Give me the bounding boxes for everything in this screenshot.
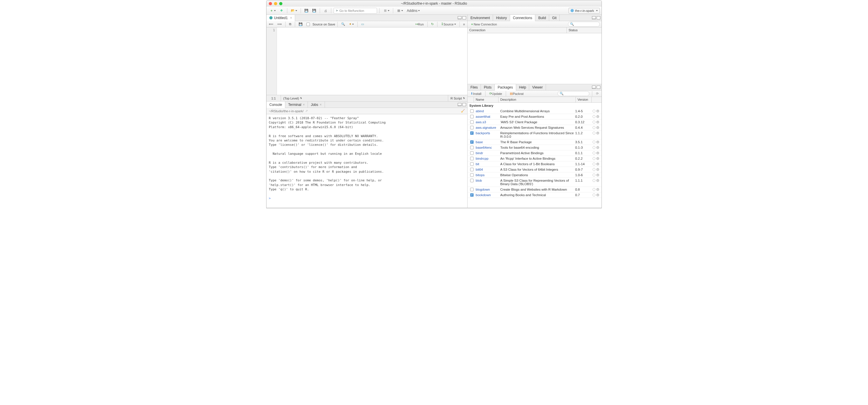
outline-button[interactable]: ≡: [462, 22, 466, 27]
save-all-button[interactable]: 💾: [311, 8, 317, 13]
package-name[interactable]: abind: [475, 109, 500, 113]
package-checkbox[interactable]: [470, 157, 474, 160]
package-name[interactable]: backports: [475, 131, 500, 135]
save-source-button[interactable]: 💾: [298, 22, 304, 27]
package-row[interactable]: bitopsBitwise Operations1.0-6×: [468, 173, 601, 178]
package-checkbox[interactable]: [470, 140, 474, 144]
packages-list[interactable]: System Library abindCombine Multidimensi…: [468, 103, 601, 208]
package-row[interactable]: baseThe R Base Package3.5.1×: [468, 139, 601, 145]
print-button[interactable]: 🖨: [322, 8, 329, 13]
minimize-pane-icon[interactable]: [458, 103, 462, 106]
scope-selector[interactable]: (Top Level) ⇅: [281, 97, 448, 100]
packrat-button[interactable]: ▤ Packrat: [509, 91, 525, 97]
maximize-pane-icon[interactable]: [462, 16, 466, 20]
package-name[interactable]: bit64: [475, 167, 500, 172]
package-row[interactable]: assertthatEasy Pre and Post Assertions0.…: [468, 114, 601, 120]
web-icon[interactable]: [593, 126, 595, 129]
package-name[interactable]: bindr: [475, 151, 500, 155]
package-name[interactable]: bitops: [475, 173, 500, 177]
maximize-pane-icon[interactable]: [597, 16, 600, 20]
connections-search-input[interactable]: 🔍: [568, 22, 600, 27]
refresh-button[interactable]: ⟳: [595, 91, 600, 97]
run-button[interactable]: ↦ Run: [414, 22, 425, 27]
package-row[interactable]: bit64A S3 Class for Vectors of 64bit Int…: [468, 167, 601, 173]
workspace-panes-button[interactable]: ⊞: [382, 8, 391, 13]
go-to-file-input[interactable]: ➤ Go to file/function: [334, 8, 377, 13]
code-tools-button[interactable]: ✦: [348, 22, 355, 27]
package-row[interactable]: aws.signatureAmazon Web Services Request…: [468, 125, 601, 130]
remove-icon[interactable]: ×: [596, 110, 599, 113]
package-row[interactable]: backportsReimplementations of Functions …: [468, 130, 601, 139]
package-name[interactable]: bindrcpp: [475, 156, 500, 161]
package-checkbox[interactable]: [470, 162, 474, 166]
package-row[interactable]: blobA Simple S3 Class for Representing V…: [468, 178, 601, 187]
package-name[interactable]: aws.signature: [475, 126, 500, 130]
package-row[interactable]: bitA Class for Vectors of 1-Bit Booleans…: [468, 161, 601, 167]
web-icon[interactable]: [593, 174, 595, 177]
addins-button[interactable]: Addins: [406, 8, 421, 13]
grid-button[interactable]: ▦: [396, 8, 404, 13]
new-file-button[interactable]: ＋: [268, 8, 277, 13]
web-icon[interactable]: [593, 168, 595, 171]
tab-help[interactable]: Help: [516, 84, 529, 91]
remove-icon[interactable]: ×: [596, 157, 599, 160]
package-name[interactable]: base: [475, 140, 500, 144]
package-checkbox[interactable]: [470, 188, 474, 191]
remove-icon[interactable]: ×: [596, 168, 599, 171]
remove-icon[interactable]: ×: [596, 174, 599, 177]
web-icon[interactable]: [593, 110, 595, 113]
remove-icon[interactable]: ×: [596, 121, 599, 124]
remove-icon[interactable]: ×: [596, 152, 599, 154]
goto-dir-icon[interactable]: ⇗: [305, 109, 308, 113]
web-icon[interactable]: [593, 157, 595, 160]
minimize-pane-icon[interactable]: [592, 86, 596, 89]
save-button[interactable]: 💾: [303, 8, 310, 13]
re-run-button[interactable]: ↻: [430, 22, 435, 27]
remove-icon[interactable]: ×: [596, 188, 599, 191]
forward-button[interactable]: ⟹: [276, 22, 283, 27]
remove-icon[interactable]: ×: [596, 132, 599, 134]
minimize-pane-icon[interactable]: [458, 16, 462, 20]
package-name[interactable]: base64enc: [475, 146, 500, 150]
find-button[interactable]: 🔍: [340, 22, 346, 27]
show-in-new-window-button[interactable]: ⧉: [288, 22, 292, 27]
file-type-selector[interactable]: R Script ⇅: [448, 95, 467, 101]
close-tab-icon[interactable]: ×: [290, 16, 292, 20]
web-icon[interactable]: [593, 115, 595, 118]
new-project-button[interactable]: ❖: [278, 8, 285, 13]
remove-icon[interactable]: ×: [596, 146, 599, 149]
tab-packages[interactable]: Packages: [495, 84, 516, 91]
package-checkbox[interactable]: [470, 131, 474, 135]
remove-icon[interactable]: ×: [596, 193, 599, 196]
package-row[interactable]: bindrParametrized Active Bindings0.1.1×: [468, 150, 601, 156]
tab-console[interactable]: Console: [267, 101, 285, 108]
tab-viewer[interactable]: Viewer: [529, 84, 546, 91]
minimize-pane-icon[interactable]: [592, 16, 596, 20]
package-row[interactable]: abindCombine Multidimensional Arrays1.4-…: [468, 108, 601, 114]
package-checkbox[interactable]: [470, 179, 474, 182]
source-on-save-checkbox[interactable]: [305, 22, 311, 27]
compile-report-button[interactable]: ▭: [360, 22, 365, 27]
package-row[interactable]: bookdownAuthoring Books and Technical0.7…: [468, 192, 601, 198]
package-checkbox[interactable]: [470, 193, 474, 197]
package-checkbox[interactable]: [470, 173, 474, 177]
package-name[interactable]: bit: [475, 162, 500, 166]
web-icon[interactable]: [593, 152, 595, 154]
remove-icon[interactable]: ×: [596, 115, 599, 118]
tab-history[interactable]: History: [493, 15, 510, 21]
web-icon[interactable]: [593, 193, 595, 196]
remove-icon[interactable]: ×: [596, 163, 599, 165]
package-checkbox[interactable]: [470, 151, 474, 155]
back-button[interactable]: ⟸: [268, 22, 275, 27]
maximize-pane-icon[interactable]: [597, 86, 600, 89]
tab-environment[interactable]: Environment: [468, 15, 493, 21]
clear-console-icon[interactable]: 🧹: [461, 109, 465, 113]
source-editor[interactable]: 1: [267, 28, 467, 95]
project-menu[interactable]: the-r-in-spark: [568, 8, 600, 13]
install-button[interactable]: ⬇ Install: [469, 91, 483, 97]
web-icon[interactable]: [593, 146, 595, 149]
package-row[interactable]: aws.s3'AWS S3' Client Package0.3.12×: [468, 120, 601, 125]
package-name[interactable]: blogdown: [475, 187, 500, 191]
open-file-button[interactable]: 📂: [290, 8, 298, 13]
minimize-icon[interactable]: [274, 2, 277, 5]
